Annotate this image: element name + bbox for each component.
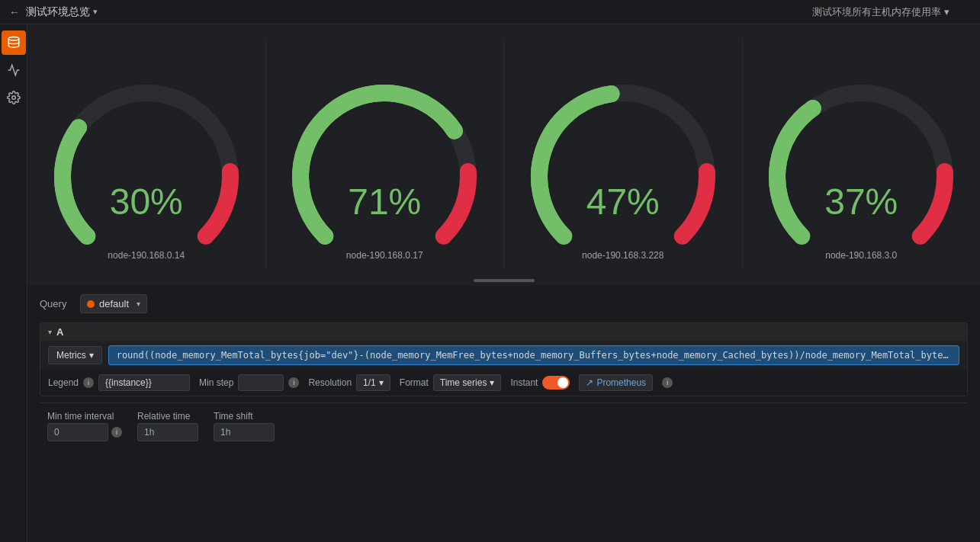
back-button[interactable]: ← (9, 6, 20, 18)
prometheus-info-icon[interactable]: i (662, 377, 673, 388)
topbar: ← 测试环境总览 ▾ 测试环境所有主机内存使用率 ▾ (0, 0, 980, 24)
metrics-row: Metrics ▾ round((node_memory_MemTotal_by… (40, 341, 967, 370)
scroll-indicator (27, 276, 980, 285)
time-shift-group: Time shift (214, 411, 275, 441)
title-chevron-icon[interactable]: ▾ (93, 7, 98, 17)
resolution-select[interactable]: 1/1 ▾ (356, 374, 390, 391)
legend-info-icon[interactable]: i (83, 377, 94, 388)
gauge-container-1: 71% (278, 70, 491, 245)
min-step-label: Min step (199, 377, 233, 388)
format-group: Format Time series ▾ (400, 374, 502, 391)
resolution-group: Resolution 1/1 ▾ (308, 374, 390, 391)
prometheus-link-icon: ↗ (586, 377, 593, 388)
main-layout: 30% node-190.168.0.14 (0, 24, 980, 542)
datasource-chevron-icon: ▾ (137, 300, 140, 308)
datasource-name: default (99, 298, 129, 309)
gauge-value-0: 30% (110, 181, 183, 223)
datasource-dot-icon (87, 300, 95, 308)
gauge-value-3: 37% (824, 181, 898, 223)
query-block-header[interactable]: ▾ A (40, 323, 967, 341)
resolution-label: Resolution (308, 377, 352, 388)
legend-row: Legend i Min step i Resolution 1/1 ▾ (40, 370, 967, 396)
svg-point-1 (11, 96, 15, 100)
dashboard-title[interactable]: 测试环境总览 (26, 5, 90, 19)
time-shift-label: Time shift (214, 411, 253, 422)
gauge-container-3: 37% (754, 70, 968, 245)
sidebar-icon-settings[interactable] (2, 85, 26, 110)
time-shift-input[interactable] (214, 423, 275, 441)
gauge-wrapper-0: 30% node-190.168.0.14 (27, 40, 266, 268)
instant-label: Instant (510, 377, 538, 388)
gauge-wrapper-1: 71% node-190.168.0.17 (266, 40, 505, 268)
query-block-label: A (56, 326, 63, 338)
instant-toggle-knob (557, 377, 568, 388)
scroll-bar (474, 279, 535, 282)
gauge-label-3: node-190.168.3.0 (825, 250, 897, 261)
sidebar-icon-database[interactable] (2, 30, 26, 55)
format-label: Format (400, 377, 429, 388)
instant-toggle-switch[interactable] (542, 376, 570, 390)
panel-title-area: 测试环境所有主机内存使用率 ▾ (812, 5, 949, 19)
relative-time-label: Relative time (137, 411, 190, 422)
legend-input[interactable] (98, 374, 190, 391)
metrics-button[interactable]: Metrics ▾ (48, 346, 102, 364)
gauge-container-0: 30% (40, 70, 253, 245)
min-time-group: Min time interval i (47, 411, 122, 441)
options-row: Min time interval i Relative time Ti (40, 402, 968, 444)
content-area: 30% node-190.168.0.14 (27, 24, 980, 542)
query-block-toggle-icon: ▾ (48, 328, 52, 336)
instant-toggle-group: Instant (510, 376, 570, 390)
resolution-chevron-icon: ▾ (379, 377, 384, 388)
min-time-input[interactable] (47, 423, 108, 441)
query-section: Query default ▾ ▾ A Metrics ▾ (27, 285, 980, 542)
format-select[interactable]: Time series ▾ (433, 374, 502, 391)
gauge-wrapper-2: 47% node-190.168.3.228 (504, 40, 743, 268)
sidebar-icon-chart[interactable] (2, 58, 26, 82)
metrics-label: Metrics (56, 350, 86, 361)
format-chevron-icon: ▾ (490, 377, 494, 388)
query-row: Query default ▾ (40, 294, 968, 313)
min-time-label: Min time interval (47, 411, 114, 422)
svg-point-0 (8, 37, 19, 41)
relative-time-input[interactable] (137, 423, 198, 441)
query-block-a: ▾ A Metrics ▾ round((node_memory_MemTota… (40, 322, 968, 396)
gauge-container-2: 47% (516, 70, 730, 245)
resolution-value: 1/1 (363, 377, 376, 388)
min-step-input[interactable] (238, 374, 284, 391)
relative-time-group: Relative time (137, 411, 198, 441)
format-value: Time series (440, 377, 487, 388)
gauge-value-1: 71% (348, 181, 421, 223)
gauge-label-0: node-190.168.0.14 (108, 250, 185, 261)
gauge-section: 30% node-190.168.0.14 (27, 24, 980, 276)
min-time-info-icon[interactable]: i (111, 427, 122, 438)
metrics-expression[interactable]: round((node_memory_MemTotal_bytes{job="d… (108, 345, 959, 365)
query-label: Query (40, 298, 74, 309)
metrics-chevron-icon: ▾ (89, 350, 94, 361)
sidebar (0, 24, 27, 542)
gauge-wrapper-3: 37% node-190.168.3.0 (743, 40, 981, 268)
gauge-label-1: node-190.168.0.17 (346, 250, 423, 261)
legend-group: Legend i (48, 374, 190, 391)
min-step-info-icon[interactable]: i (288, 377, 299, 388)
prometheus-link-label: Prometheus (596, 377, 646, 388)
panel-title-chevron-icon[interactable]: ▾ (944, 6, 949, 18)
datasource-selector[interactable]: default ▾ (80, 294, 147, 313)
gauge-label-2: node-190.168.3.228 (582, 250, 664, 261)
min-step-group: Min step i (199, 374, 299, 391)
legend-label: Legend (48, 377, 79, 388)
panel-title-text: 测试环境所有主机内存使用率 (812, 6, 941, 18)
prometheus-link[interactable]: ↗ Prometheus (579, 374, 653, 391)
gauge-value-2: 47% (586, 181, 660, 223)
